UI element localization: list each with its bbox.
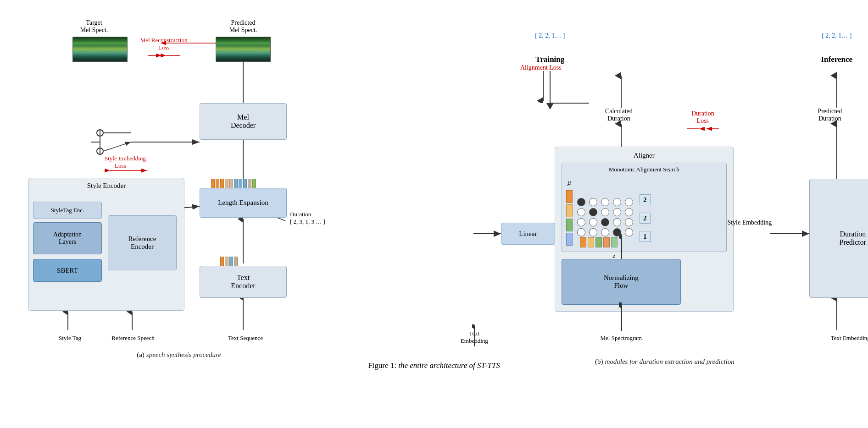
sbert-box: SBERT [33, 259, 102, 282]
styletag-enc-box: StyleTag Enc. [33, 202, 102, 219]
reference-encoder-box: ReferenceEncoder [108, 215, 177, 270]
alignment-loss-arrow [534, 71, 552, 103]
linear-box: Linear [501, 223, 555, 245]
adaptation-layers-box: AdaptationLayers [33, 222, 102, 254]
predicted-mel-label: PredictedMel Spect. [216, 19, 271, 34]
alignment-loss-label: Alignment Loss [509, 64, 573, 71]
svg-text:Loss: Loss [115, 162, 126, 169]
duration-label: Duration[ 2, 3, 1, 3 … ] [290, 211, 350, 225]
mel-spectrogram-input-label: Mel Spectrogram [584, 335, 658, 342]
left-caption: (a) speech synthesis procedure [18, 351, 339, 359]
length-expansion-box: Length Expansion [200, 188, 287, 218]
inference-array-label: [ 2, 2, 1… ] [802, 32, 868, 39]
mu-label: μ [568, 179, 571, 187]
target-mel-spectrogram [72, 37, 128, 62]
text-embedding-input1-label: TextEmbedding [449, 330, 500, 345]
reference-speech-input-label: Reference Speech [106, 335, 161, 342]
duration-numbers: 2 2 1 [640, 194, 651, 242]
right-caption: (b) modules for duration extraction and … [424, 357, 868, 366]
token-bars-mas [580, 237, 618, 247]
calculated-duration-label: CalculatedDuration [587, 108, 651, 122]
duration-predictor-box: DurationPredictor [809, 179, 868, 298]
inference-label: Inference [809, 55, 864, 64]
main-container: Style Embedding Loss [0, 0, 868, 375]
predicted-mel-spectrogram [216, 37, 271, 62]
training-label: Training [523, 55, 578, 64]
diagrams-row: Style Embedding Loss [18, 9, 850, 353]
svg-point-13 [97, 130, 103, 136]
expanded-token-bars [211, 179, 256, 189]
token-bars [220, 257, 238, 267]
mel-decoder-box: MelDecoder [200, 103, 287, 140]
text-encoder-box: TextEncoder [200, 266, 287, 298]
mas-content: μ [566, 179, 651, 246]
mel-reconstruction-loss-label: Mel ReconstructionLoss [134, 37, 194, 60]
svg-point-14 [97, 148, 103, 154]
style-embedding-right-label: Style Embedding [722, 219, 777, 226]
predicted-duration-label: PredictedDuration [800, 108, 860, 122]
svg-text:Style Embedding: Style Embedding [105, 155, 146, 162]
svg-line-17 [103, 142, 131, 151]
training-array-label: [ 2, 2, 1… ] [516, 32, 584, 39]
text-embedding-input2-label: Text Embedding [809, 335, 868, 342]
normalizing-flow-box: NormalizingFlow [562, 259, 681, 305]
left-diagram: Style Embedding Loss [18, 9, 406, 353]
text-sequence-input-label: Text Sequence [220, 335, 271, 342]
style-tag-input-label: Style Tag [53, 335, 87, 342]
right-diagram: [ 2, 2, 1… ] Training [ 2, 2, 1… ] Infer… [424, 9, 850, 353]
target-mel-label: TargetMel Spect. [73, 19, 115, 34]
duration-loss-label: DurationLoss [680, 110, 726, 134]
